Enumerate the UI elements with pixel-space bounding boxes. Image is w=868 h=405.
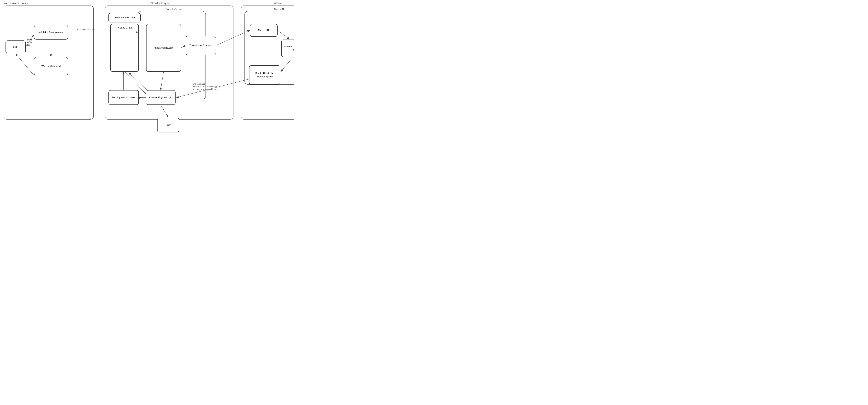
pending-tasks-box: Pending tasks counter (108, 90, 139, 105)
crawler-logic-box: Crawler Engine Logic (146, 90, 176, 105)
url-input-box: url: https://monzo.com (34, 25, 68, 39)
start-box: Start (5, 40, 26, 53)
print-box: Print (157, 118, 179, 133)
fetch-url-box: Fetch URL (250, 24, 278, 37)
webcrawler-runtime-label: Web crawler runtime (4, 1, 29, 5)
crawler-engine-label: Crawler Engine (151, 1, 170, 5)
visited-urls-box: Visited URLs (110, 24, 139, 72)
send-urls-box: Send URLs to the executor queue (249, 65, 280, 85)
https-monzo-box: https://monzo.com (146, 24, 181, 72)
wait-finished-box: Wait untill finished (34, 57, 68, 76)
executor-service-label: ExecutorService (165, 8, 183, 10)
parse-html-box: Parse HTML and extract URLS (281, 39, 294, 57)
domain-monzo-box: Domain: monzo.com (108, 13, 141, 23)
thread-pool-executor-box: Thread pool Executor (186, 36, 216, 55)
thread-n-label: Thread N (274, 8, 284, 10)
worker-label: Worker (274, 1, 283, 5)
diagram: Web crawler runtime Crawler Engine Execu… (0, 0, 294, 138)
